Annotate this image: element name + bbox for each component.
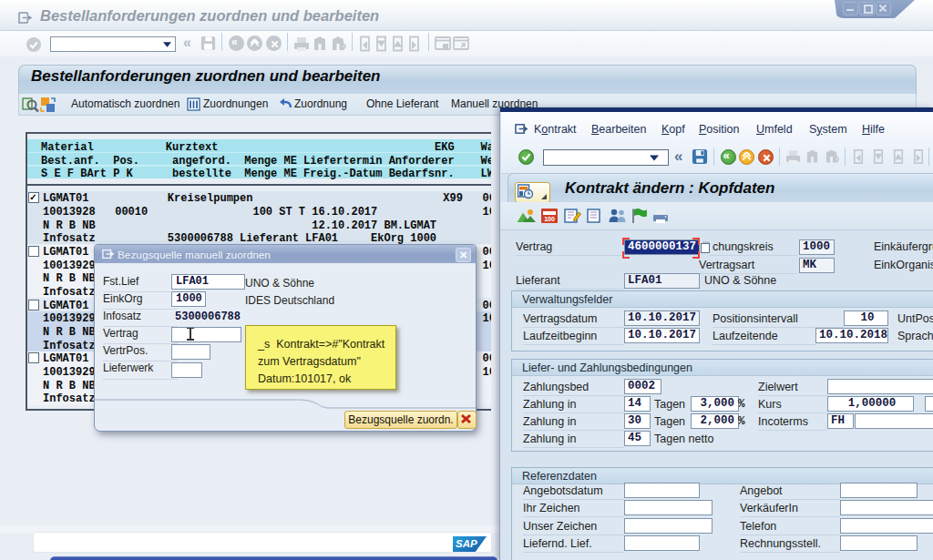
svg-text:100: 100 [544,216,555,222]
